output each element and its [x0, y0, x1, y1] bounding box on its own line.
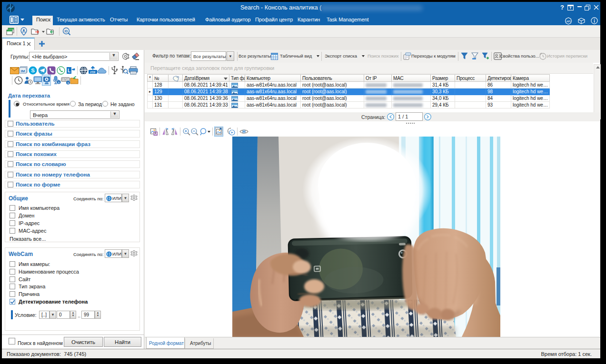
- svg-text:i: i: [58, 81, 60, 84]
- svg-text:FTP: FTP: [90, 71, 96, 74]
- svg-text:S: S: [31, 68, 35, 73]
- svg-text:HTTP: HTTP: [80, 69, 87, 72]
- svg-text:API: API: [566, 20, 571, 23]
- svg-text:IM: IM: [21, 69, 25, 73]
- svg-text:ID: ID: [65, 30, 68, 33]
- svg-text:i: i: [67, 81, 69, 85]
- svg-text:L: L: [68, 68, 70, 73]
